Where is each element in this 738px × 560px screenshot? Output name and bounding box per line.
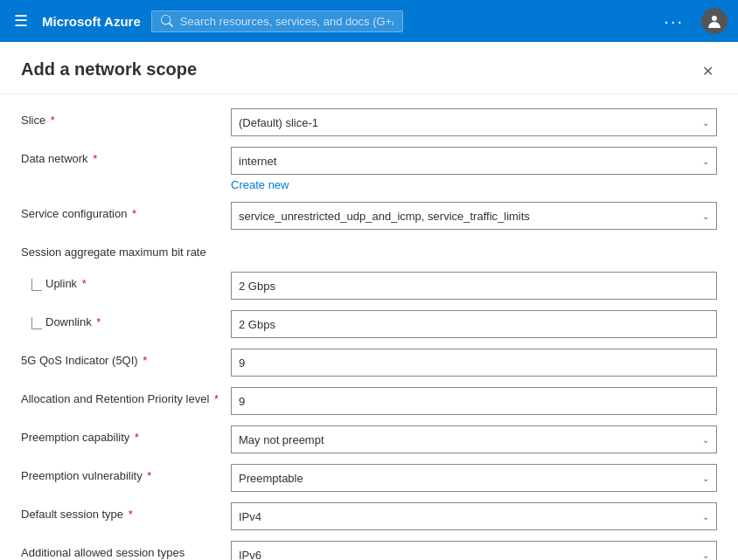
required-indicator: * — [211, 392, 219, 405]
search-icon — [161, 15, 173, 27]
main-content: Add a network scope ✕ Slice * (Default) … — [0, 42, 738, 560]
default-session-dropdown[interactable]: IPv4 ⌄ — [231, 502, 717, 530]
qos-row: 5G QoS Indicator (5QI) * — [21, 349, 717, 377]
data-network-row: Data network * internet ⌄ Create new — [21, 147, 717, 191]
data-network-control: internet ⌄ Create new — [231, 147, 717, 191]
uplink-input[interactable] — [231, 272, 717, 300]
preemption-vul-label: Preemption vulnerability * — [21, 464, 231, 482]
additional-session-row: Additional allowed session types IPv6 ⌄ — [21, 541, 717, 560]
additional-session-value: IPv6 — [239, 549, 261, 561]
required-indicator: * — [144, 469, 152, 482]
chevron-down-icon: ⌄ — [702, 211, 709, 221]
preemption-vul-value: Preemptable — [239, 472, 303, 485]
service-config-value: service_unrestricted_udp_and_icmp, servi… — [239, 210, 530, 223]
navbar: ☰ Microsoft Azure ··· — [0, 0, 738, 42]
slice-label: Slice * — [21, 108, 231, 127]
chevron-down-icon: ⌄ — [702, 118, 709, 128]
additional-session-control: IPv6 ⌄ — [231, 541, 717, 560]
search-input[interactable] — [180, 15, 393, 28]
preemption-cap-control: May not preempt ⌄ — [231, 425, 717, 453]
dialog-body: Slice * (Default) slice-1 ⌄ Data network… — [0, 94, 738, 560]
qos-input[interactable] — [231, 349, 717, 377]
data-network-label: Data network * — [21, 147, 231, 165]
allocation-input[interactable] — [231, 387, 717, 415]
required-indicator: * — [140, 354, 148, 367]
service-config-row: Service configuration * service_unrestri… — [21, 202, 717, 230]
default-session-row: Default session type * IPv4 ⌄ — [21, 502, 717, 530]
close-button[interactable]: ✕ — [699, 59, 717, 83]
data-network-dropdown[interactable]: internet ⌄ — [231, 147, 717, 175]
qos-label: 5G QoS Indicator (5QI) * — [21, 349, 231, 367]
slice-value: (Default) slice-1 — [239, 116, 318, 129]
dialog: Add a network scope ✕ Slice * (Default) … — [0, 42, 738, 560]
chevron-down-icon: ⌄ — [702, 550, 709, 560]
preemption-cap-value: May not preempt — [239, 433, 324, 446]
avatar[interactable] — [701, 8, 728, 34]
required-indicator: * — [79, 277, 87, 290]
slice-row: Slice * (Default) slice-1 ⌄ — [21, 108, 717, 136]
qos-control — [231, 349, 717, 377]
required-indicator: * — [125, 508, 133, 521]
chevron-down-icon: ⌄ — [702, 435, 709, 445]
data-network-value: internet — [239, 155, 276, 168]
allocation-label: Allocation and Retention Priority level … — [21, 387, 231, 405]
service-config-control: service_unrestricted_udp_and_icmp, servi… — [231, 202, 717, 230]
required-indicator: * — [94, 315, 101, 328]
uplink-row: Uplink * — [21, 272, 717, 300]
chevron-down-icon: ⌄ — [702, 474, 709, 483]
downlink-input[interactable] — [231, 310, 717, 338]
uplink-control — [231, 272, 717, 300]
dialog-title: Add a network scope — [21, 59, 197, 80]
downlink-row: Downlink * — [21, 310, 717, 338]
more-options-icon[interactable]: ··· — [657, 8, 691, 35]
required-indicator: * — [47, 114, 55, 127]
preemption-vul-row: Preemption vulnerability * Preemptable ⌄ — [21, 464, 717, 492]
default-session-control: IPv4 ⌄ — [231, 502, 717, 530]
service-config-label: Service configuration * — [21, 202, 231, 220]
preemption-cap-dropdown[interactable]: May not preempt ⌄ — [231, 425, 717, 453]
uplink-label: Uplink * — [45, 272, 87, 290]
default-session-label: Default session type * — [21, 502, 231, 521]
user-icon — [707, 14, 721, 28]
session-aggregate-row: Session aggregate maximum bit rate — [21, 240, 717, 268]
brand-name: Microsoft Azure — [42, 14, 141, 29]
session-aggregate-label: Session aggregate maximum bit rate — [21, 240, 231, 259]
required-indicator: * — [129, 207, 136, 220]
chevron-down-icon: ⌄ — [702, 156, 709, 166]
allocation-control — [231, 387, 717, 415]
slice-dropdown[interactable]: (Default) slice-1 ⌄ — [231, 108, 717, 136]
downlink-control — [231, 310, 717, 338]
preemption-vul-control: Preemptable ⌄ — [231, 464, 717, 492]
additional-session-dropdown[interactable]: IPv6 ⌄ — [231, 541, 717, 560]
required-indicator: * — [90, 152, 98, 165]
preemption-cap-label: Preemption capability * — [21, 425, 231, 444]
dialog-header: Add a network scope ✕ — [0, 42, 738, 94]
additional-session-label: Additional allowed session types — [21, 541, 231, 559]
search-box[interactable] — [151, 10, 403, 32]
preemption-cap-row: Preemption capability * May not preempt … — [21, 425, 717, 453]
downlink-label: Downlink * — [45, 310, 101, 328]
hamburger-icon[interactable]: ☰ — [10, 8, 31, 34]
default-session-value: IPv4 — [239, 510, 261, 523]
slice-control: (Default) slice-1 ⌄ — [231, 108, 717, 136]
chevron-down-icon: ⌄ — [702, 512, 709, 522]
required-indicator: * — [131, 431, 139, 444]
create-new-link[interactable]: Create new — [231, 178, 717, 191]
service-config-dropdown[interactable]: service_unrestricted_udp_and_icmp, servi… — [231, 202, 717, 230]
preemption-vul-dropdown[interactable]: Preemptable ⌄ — [231, 464, 717, 492]
allocation-row: Allocation and Retention Priority level … — [21, 387, 717, 415]
